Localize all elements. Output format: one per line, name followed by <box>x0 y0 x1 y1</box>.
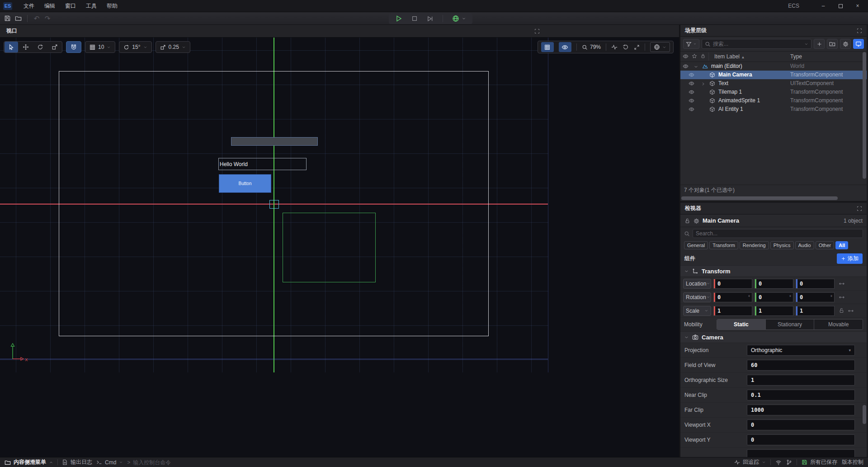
stop-button[interactable] <box>411 15 418 22</box>
world-select-button[interactable] <box>452 15 466 22</box>
redo-button[interactable]: ↷ <box>42 14 53 24</box>
snap-toggle-button[interactable] <box>66 41 81 53</box>
maximize-button[interactable] <box>834 0 847 12</box>
add-entity-button[interactable] <box>814 39 825 49</box>
eye-icon[interactable] <box>689 80 694 86</box>
tab-other[interactable]: Other <box>816 241 835 249</box>
scale-dropdown[interactable]: Scale <box>683 306 711 316</box>
link-axes-icon[interactable] <box>839 294 845 300</box>
far-clip-input[interactable]: 1000 <box>747 405 855 415</box>
filter-dropdown[interactable] <box>683 39 699 49</box>
near-clip-input[interactable]: 0.1 <box>747 390 855 400</box>
menu-file[interactable]: 文件 <box>19 0 39 12</box>
grid-snap-dropdown[interactable]: 10 <box>85 41 115 53</box>
minimize-button[interactable]: – <box>816 0 830 12</box>
rotation-dropdown[interactable]: Rotation <box>683 292 711 302</box>
hierarchy-row-tilemap[interactable]: Tilemap 1 TransformComponent <box>680 88 867 96</box>
grid-toggle-button[interactable] <box>541 42 554 52</box>
eye-icon[interactable] <box>689 97 694 104</box>
viewport-world-dropdown[interactable] <box>650 42 670 52</box>
menu-window[interactable]: 窗口 <box>60 0 81 12</box>
tab-transform[interactable]: Transform <box>709 241 738 249</box>
mobility-movable[interactable]: Movable <box>814 319 863 329</box>
network-status-icon[interactable] <box>775 459 782 466</box>
rotate-snap-dropdown[interactable]: 15° <box>119 41 151 53</box>
move-tool-button[interactable] <box>19 42 33 52</box>
eye-column-icon[interactable] <box>683 53 689 59</box>
clipped-input[interactable] <box>747 449 855 457</box>
location-x-input[interactable]: 0 <box>713 279 752 289</box>
scale-z-input[interactable]: 1 <box>796 306 835 316</box>
tab-physics[interactable]: Physics <box>770 241 794 249</box>
entity-settings-icon[interactable] <box>693 217 699 224</box>
save-status[interactable]: 所有已保存 <box>802 458 837 466</box>
inspector-vscrollbar[interactable] <box>863 405 866 424</box>
close-button[interactable]: × <box>851 0 864 12</box>
chevron-down-icon[interactable] <box>693 63 698 70</box>
viewport-canvas[interactable]: Hello World Button x <box>0 38 679 457</box>
rotation-z-input[interactable]: 0° <box>796 292 835 302</box>
step-button[interactable] <box>427 15 434 22</box>
zoom-indicator[interactable]: 79% <box>582 44 601 50</box>
hierarchy-expand-icon[interactable] <box>857 28 862 34</box>
hierarchy-hscrollbar[interactable] <box>680 195 867 201</box>
tab-audio[interactable]: Audio <box>795 241 814 249</box>
menu-edit[interactable]: 编辑 <box>39 0 60 12</box>
view-mode-button[interactable] <box>853 39 864 49</box>
trace-dropdown[interactable]: 回追踪 <box>734 458 766 466</box>
selected-camera-gizmo[interactable] <box>269 200 279 209</box>
link-axes-icon[interactable] <box>848 308 854 314</box>
rotation-y-input[interactable]: 0° <box>755 292 793 302</box>
scale-tool-button[interactable] <box>48 42 61 52</box>
eye-icon[interactable] <box>689 71 694 78</box>
hierarchy-search[interactable] <box>702 39 811 49</box>
eye-icon[interactable] <box>689 89 694 95</box>
chevron-down-icon[interactable] <box>684 269 689 274</box>
eye-icon[interactable] <box>683 63 689 69</box>
scale-x-input[interactable]: 1 <box>713 306 752 316</box>
hierarchy-settings-button[interactable] <box>840 39 851 49</box>
select-tool-button[interactable] <box>5 42 18 52</box>
viewport-expand-icon[interactable] <box>534 28 540 34</box>
tab-all[interactable]: All <box>835 241 848 249</box>
rotate-tool-button[interactable] <box>33 42 47 52</box>
tab-general[interactable]: General <box>684 241 708 249</box>
orthographic-size-input[interactable]: 1 <box>747 375 855 386</box>
add-component-button[interactable]: 添加 <box>837 253 863 264</box>
viewport-y-input[interactable]: 0 <box>747 434 855 445</box>
link-axes-icon[interactable] <box>839 281 845 287</box>
location-y-input[interactable]: 0 <box>755 279 793 289</box>
play-button[interactable] <box>395 15 402 22</box>
save-button[interactable] <box>2 14 13 24</box>
cmd-dropdown[interactable]: Cmd <box>96 459 123 466</box>
visibility-toggle-button[interactable] <box>559 42 571 52</box>
ui-text-object[interactable]: Hello World <box>218 158 307 170</box>
hierarchy-vscrollbar[interactable] <box>863 52 866 179</box>
add-folder-button[interactable] <box>827 39 838 49</box>
app-logo[interactable]: ES <box>3 2 12 10</box>
hierarchy-row-main[interactable]: main (Editor) World <box>680 62 867 71</box>
console-command[interactable]: > <box>127 459 192 466</box>
location-z-input[interactable]: 0 <box>796 279 835 289</box>
console-command-input[interactable] <box>133 459 192 466</box>
scale-snap-dropdown[interactable]: 0.25 <box>156 41 190 53</box>
menu-help[interactable]: 帮助 <box>102 0 123 12</box>
chevron-down-icon[interactable] <box>684 335 689 340</box>
lock-open-icon[interactable] <box>684 217 690 224</box>
hierarchy-row-ai-entity[interactable]: AI Entity 1 TransformComponent <box>680 105 867 114</box>
output-log-button[interactable]: 输出日志 <box>62 458 92 466</box>
hierarchy-row-main-camera[interactable]: Main Camera TransformComponent <box>680 71 867 79</box>
column-type[interactable]: Type <box>790 53 802 60</box>
camera-section-header[interactable]: Camera <box>680 331 867 343</box>
mobility-stationary[interactable]: Stationary <box>766 319 815 329</box>
version-control-button[interactable]: 版本控制 <box>842 458 863 466</box>
mobility-static[interactable]: Static <box>717 319 766 329</box>
eye-icon[interactable] <box>689 106 694 112</box>
open-folder-button[interactable] <box>13 14 24 24</box>
hierarchy-search-input[interactable] <box>713 41 802 47</box>
hierarchy-row-text[interactable]: Text UITextComponent <box>680 79 867 88</box>
fit-view-button[interactable] <box>634 44 640 50</box>
field-of-view-input[interactable]: 60 <box>747 360 855 371</box>
hierarchy-row-animatedsprite[interactable]: AnimatedSprite 1 TransformComponent <box>680 96 867 105</box>
chevron-right-icon[interactable] <box>701 81 706 87</box>
